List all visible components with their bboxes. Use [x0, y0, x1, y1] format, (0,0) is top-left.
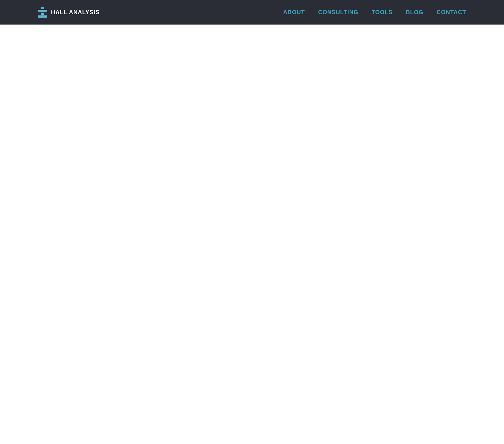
svg-rect-0	[41, 7, 44, 9]
logo-icon	[38, 7, 47, 18]
svg-rect-1	[38, 10, 47, 12]
svg-rect-2	[41, 13, 44, 15]
main-nav: ABOUT CONSULTING TOOLS BLOG CONTACT	[283, 9, 466, 16]
brand-name: HALL ANALYSIS	[51, 9, 100, 16]
nav-tools[interactable]: TOOLS	[372, 9, 393, 16]
nav-about[interactable]: ABOUT	[283, 9, 305, 16]
nav-contact[interactable]: CONTACT	[437, 9, 466, 16]
brand-logo: HALL ANALYSIS	[38, 7, 100, 18]
site-header: HALL ANALYSIS ABOUT CONSULTING TOOLS BLO…	[0, 0, 504, 25]
nav-consulting[interactable]: CONSULTING	[318, 9, 358, 16]
nav-blog[interactable]: BLOG	[406, 9, 423, 16]
svg-rect-3	[38, 15, 47, 18]
